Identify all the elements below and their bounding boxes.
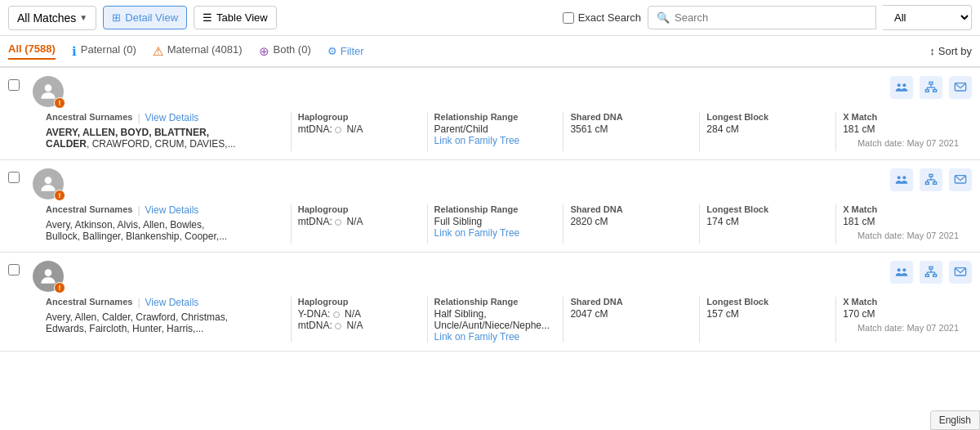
detail-view-button[interactable]: ⊞ Detail View xyxy=(103,6,187,29)
compare-icon-1[interactable] xyxy=(890,76,913,99)
match-data-3: Ancestral Surnames | View Details Avery,… xyxy=(8,297,972,343)
relationship-label-1: Relationship Range xyxy=(434,112,550,122)
paternal-icon: ℹ xyxy=(72,44,77,59)
family-tree-link-3[interactable]: Link on Family Tree xyxy=(434,331,520,343)
family-tree-link-1[interactable]: Link on Family Tree xyxy=(434,135,520,146)
filter-bar: All (7588) ℹ Paternal (0) ⚠ Maternal (40… xyxy=(0,36,980,68)
shared-dna-label-2: Shared DNA xyxy=(570,204,686,214)
exact-search-text: Exact Search xyxy=(578,11,641,24)
search-input[interactable] xyxy=(675,11,867,24)
relationship-col-1: Relationship Range Parent/Child Link on … xyxy=(428,112,564,151)
message-icon-3[interactable] xyxy=(949,261,972,284)
compare-icon-3[interactable] xyxy=(890,261,913,284)
relationship-col-3: Relationship Range Half Sibling,Uncle/Au… xyxy=(428,297,564,343)
view-details-link-1[interactable]: View Details xyxy=(145,112,199,123)
filter-label: Filter xyxy=(341,45,364,57)
family-tree-link-2[interactable]: Link on Family Tree xyxy=(434,227,520,239)
sort-label: Sort by xyxy=(938,45,972,57)
longest-block-label-1: Longest Block xyxy=(706,112,822,122)
x-match-label-3: X Match xyxy=(843,297,959,307)
message-icon-1[interactable] xyxy=(949,76,972,99)
search-select[interactable]: All Name Haplogroup xyxy=(883,5,972,30)
match-row-1-checkbox[interactable] xyxy=(8,79,20,91)
svg-point-11 xyxy=(45,177,52,184)
relationship-col-2: Relationship Range Full Sibling Link on … xyxy=(428,204,564,244)
compare-icon-2[interactable] xyxy=(890,168,913,191)
row-actions-3 xyxy=(890,261,972,284)
table-view-label: Table View xyxy=(216,11,268,24)
match-date-1: Match date: May 07 2021 xyxy=(843,138,959,148)
match-row-3: ! Ancestral Surnames | View Details Aver… xyxy=(0,253,980,352)
longest-block-label-3: Longest Block xyxy=(706,297,822,307)
x-match-label-1: X Match xyxy=(843,112,959,122)
tree-icon-1[interactable] xyxy=(920,76,942,99)
relationship-value-3: Half Sibling,Uncle/Aunt/Niece/Nephe... xyxy=(434,308,550,331)
longest-block-col-1: Longest Block 284 cM xyxy=(700,112,836,151)
filter-icon: ⚙ xyxy=(327,45,337,57)
both-icon: ⊕ xyxy=(259,44,270,59)
shared-dna-col-2: Shared DNA 2820 cM xyxy=(564,204,700,244)
filter-all-label: All (7588) xyxy=(8,43,56,55)
surnames-1: AVERY, ALLEN, BOYD, BLATTNER,CALDER, CRA… xyxy=(46,127,278,150)
haplogroup-value-2: mtDNA: N/A xyxy=(298,216,414,227)
match-row-2-checkbox[interactable] xyxy=(8,172,20,183)
table-view-button[interactable]: ☰ Table View xyxy=(194,6,277,29)
shared-dna-label-1: Shared DNA xyxy=(570,112,686,122)
svg-point-13 xyxy=(902,176,906,179)
longest-block-col-3: Longest Block 157 cM xyxy=(700,297,836,343)
chevron-down-icon: ▼ xyxy=(79,13,87,22)
exact-search-label[interactable]: Exact Search xyxy=(563,11,641,24)
shared-dna-value-2: 2820 cM xyxy=(570,216,686,227)
x-match-value-2: 181 cM xyxy=(843,216,959,227)
x-match-label-2: X Match xyxy=(843,204,959,214)
view-details-link-3[interactable]: View Details xyxy=(145,297,199,308)
svg-point-24 xyxy=(902,268,906,271)
svg-rect-27 xyxy=(933,275,937,277)
longest-block-label-2: Longest Block xyxy=(706,204,822,214)
avatar-1: ! xyxy=(33,76,64,107)
alert-badge-2: ! xyxy=(54,190,65,201)
filter-button[interactable]: ⚙ Filter xyxy=(327,45,364,57)
svg-point-0 xyxy=(45,84,52,92)
alert-badge-3: ! xyxy=(54,282,65,293)
filter-tab-both[interactable]: Both (0) xyxy=(274,43,311,59)
shared-dna-col-1: Shared DNA 3561 cM xyxy=(564,112,700,151)
filter-tab-paternal[interactable]: Paternal (0) xyxy=(81,43,136,59)
ancestral-surnames-label-1: Ancestral Surnames xyxy=(46,112,132,122)
relationship-value-2: Full Sibling xyxy=(434,216,550,227)
exact-search-checkbox[interactable] xyxy=(563,12,574,24)
haplogroup-value-1: mtDNA: N/A xyxy=(298,123,414,135)
tree-icon-2[interactable] xyxy=(920,168,942,191)
x-match-value-3: 170 cM xyxy=(843,308,959,320)
view-details-link-2[interactable]: View Details xyxy=(145,204,199,216)
avatar-3: ! xyxy=(33,261,64,292)
sort-button[interactable]: ↕ Sort by xyxy=(929,45,972,57)
match-data-1: Ancestral Surnames | View Details AVERY,… xyxy=(8,112,972,151)
sort-icon: ↕ xyxy=(929,45,935,57)
svg-point-1 xyxy=(898,83,901,87)
tree-icon-3[interactable] xyxy=(920,261,942,284)
table-view-icon: ☰ xyxy=(203,11,212,24)
filter-tab-maternal-wrap: ⚠ Maternal (4081) xyxy=(153,43,243,59)
match-data-2: Ancestral Surnames | View Details Avery,… xyxy=(8,204,972,244)
x-match-col-3: X Match 170 cM Match date: May 07 2021 xyxy=(836,297,972,343)
surnames-2: Avery, Atkinson, Alvis, Allen, Bowles,Bu… xyxy=(46,219,278,242)
haplogroup-label-3: Haplogroup xyxy=(298,297,414,307)
all-matches-button[interactable]: All Matches ▼ xyxy=(8,6,96,30)
longest-block-value-3: 157 cM xyxy=(706,308,822,320)
message-icon-2[interactable] xyxy=(949,168,972,191)
haplogroup-col-2: Haplogroup mtDNA: N/A xyxy=(292,204,428,244)
relationship-label-2: Relationship Range xyxy=(434,204,550,214)
relationship-label-3: Relationship Range xyxy=(434,297,550,307)
filter-tab-maternal[interactable]: Maternal (4081) xyxy=(167,43,243,59)
svg-rect-5 xyxy=(933,90,937,92)
filter-tab-paternal-wrap: ℹ Paternal (0) xyxy=(72,43,136,59)
detail-view-icon: ⊞ xyxy=(112,11,121,24)
longest-block-value-2: 174 cM xyxy=(706,216,822,227)
filter-tab-all[interactable]: All (7588) xyxy=(8,43,56,60)
all-matches-label: All Matches xyxy=(17,11,76,25)
svg-point-22 xyxy=(45,269,52,276)
match-row-3-checkbox[interactable] xyxy=(8,264,20,275)
surnames-col-3: Ancestral Surnames | View Details Avery,… xyxy=(46,297,292,343)
filter-tab-both-wrap: ⊕ Both (0) xyxy=(259,43,311,59)
